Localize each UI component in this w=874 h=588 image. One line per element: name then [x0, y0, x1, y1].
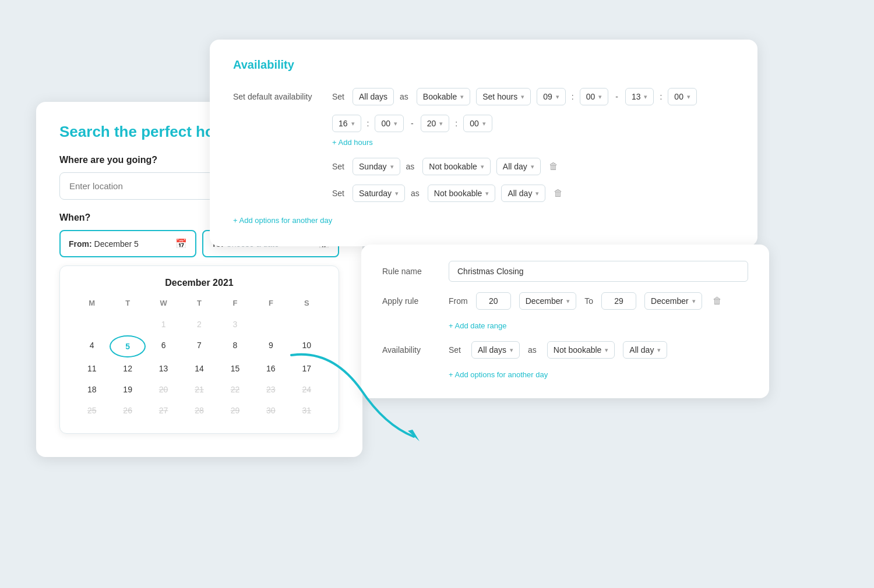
cal-day: 22	[217, 380, 253, 399]
rule-name-row: Rule name	[382, 261, 748, 282]
all-day-sun-dropdown[interactable]: All day ▾	[496, 158, 541, 175]
cal-day: 29	[217, 401, 253, 420]
add-date-range-link[interactable]: + Add date range	[449, 321, 506, 330]
add-options-link[interactable]: + Add options for another day	[449, 370, 548, 379]
availability-title: Availability	[233, 58, 734, 72]
rule-name-label: Rule name	[382, 267, 440, 276]
apply-rule-row: Apply rule From December ▾ To December ▾…	[382, 292, 748, 310]
time-m2-dropdown[interactable]: 00▾	[668, 88, 697, 105]
cal-day: 23	[253, 380, 288, 399]
set-label-1: Set	[332, 92, 344, 101]
rule-panel: Rule name Apply rule From December ▾ To …	[361, 245, 769, 398]
add-day-link[interactable]: + Add options for another day	[233, 216, 332, 225]
saturday-dropdown[interactable]: Saturday ▾	[353, 185, 405, 202]
cal-day: 1	[146, 314, 181, 334]
colon-1: :	[572, 92, 574, 101]
rule-avail-row: Availability Set All days ▾ as Not booka…	[382, 341, 748, 359]
default-avail-label: Set default availability	[233, 92, 326, 101]
cal-day: 28	[181, 401, 217, 420]
cal-day: 2	[181, 314, 217, 334]
rule-as-label: as	[528, 345, 537, 355]
rule-set-label: Set	[449, 345, 461, 355]
cal-day: 25	[74, 401, 110, 420]
from-day-input[interactable]	[476, 292, 511, 310]
cal-day[interactable]: 10	[289, 335, 325, 357]
cal-day: 31	[289, 401, 325, 420]
cal-day[interactable]: 19	[110, 380, 145, 399]
default-avail-row: Set default availability Set All days as…	[233, 88, 734, 105]
to-month-dropdown[interactable]: December ▾	[644, 292, 702, 310]
cal-dow: F	[253, 296, 288, 313]
cal-day[interactable]: 14	[181, 359, 217, 378]
cal-day[interactable]: 17	[289, 359, 325, 378]
cal-day: 21	[181, 380, 217, 399]
cal-day	[110, 314, 145, 334]
cal-day[interactable]: 11	[74, 359, 110, 378]
rule-all-day-dropdown[interactable]: All day ▾	[623, 341, 667, 359]
cal-day: 24	[289, 380, 325, 399]
not-bookable-sat-dropdown[interactable]: Not bookable ▾	[428, 185, 496, 202]
not-bookable-sun-dropdown[interactable]: Not bookable ▾	[422, 158, 491, 175]
from-label: From	[449, 296, 468, 306]
cal-dow: F	[217, 296, 253, 313]
cal-day[interactable]: 13	[146, 359, 181, 378]
calendar-header: December 2021	[74, 278, 325, 288]
rule-all-days-dropdown[interactable]: All days ▾	[471, 341, 520, 359]
rule-not-bookable-dropdown[interactable]: Not bookable ▾	[547, 341, 615, 359]
all-day-sat-dropdown[interactable]: All day ▾	[501, 185, 545, 202]
colon-4: :	[455, 119, 457, 128]
time-h4-dropdown[interactable]: 20▾	[421, 115, 450, 132]
cal-day: 30	[253, 401, 288, 420]
time-m4-dropdown[interactable]: 00▾	[463, 115, 492, 132]
cal-day[interactable]: 4	[74, 335, 110, 357]
time-h1-dropdown[interactable]: 09▾	[537, 88, 566, 105]
svg-marker-0	[408, 430, 420, 441]
cal-day[interactable]: 16	[253, 359, 288, 378]
cal-day	[253, 314, 288, 334]
cal-day[interactable]: 18	[74, 380, 110, 399]
cal-dow: S	[289, 296, 325, 313]
cal-day[interactable]: 5	[110, 335, 145, 357]
delete-saturday-icon[interactable]: 🗑	[554, 188, 563, 199]
cal-day[interactable]: 12	[110, 359, 145, 378]
availability-panel: Availability Set default availability Se…	[210, 40, 757, 246]
rule-name-input[interactable]	[449, 261, 748, 282]
to-day-input[interactable]	[601, 292, 636, 310]
hours-row2: 16▾ : 00▾ - 20▾ : 00▾	[332, 115, 734, 132]
time-h2-dropdown[interactable]: 13▾	[625, 88, 654, 105]
all-days-dropdown[interactable]: All days	[353, 88, 394, 105]
from-date-box[interactable]: From: December 5 📅	[59, 230, 196, 257]
cal-dow: T	[181, 296, 217, 313]
delete-rule-icon[interactable]: 🗑	[713, 296, 722, 306]
calendar-widget: December 2021 MTWTFFS1234567891011121314…	[59, 265, 339, 434]
as-label-sat: as	[411, 189, 420, 198]
set-hours-dropdown[interactable]: Set hours ▾	[476, 88, 531, 105]
set-label-sun: Set	[332, 162, 344, 171]
cal-day[interactable]: 6	[146, 335, 181, 357]
from-month-dropdown[interactable]: December ▾	[519, 292, 577, 310]
time-h3-dropdown[interactable]: 16▾	[332, 115, 361, 132]
cal-day: 20	[146, 380, 181, 399]
time-m1-dropdown[interactable]: 00▾	[580, 88, 609, 105]
cal-day[interactable]: 9	[253, 335, 288, 357]
cal-day[interactable]: 15	[217, 359, 253, 378]
bookable-dropdown[interactable]: Bookable ▾	[417, 88, 470, 105]
colon-2: :	[660, 92, 662, 101]
cal-day	[74, 314, 110, 334]
apply-rule-label: Apply rule	[382, 296, 440, 306]
time-m3-dropdown[interactable]: 00▾	[375, 115, 404, 132]
colon-3: :	[367, 119, 369, 128]
as-label-1: as	[400, 92, 408, 101]
cal-day[interactable]: 8	[217, 335, 253, 357]
saturday-row: Set Saturday ▾ as Not bookable ▾ All day…	[233, 185, 734, 202]
calendar-grid: MTWTFFS123456789101112131415161718192021…	[74, 296, 325, 420]
add-hours-link[interactable]: + Add hours	[332, 138, 373, 147]
from-label: From: December 5	[69, 239, 139, 249]
cal-day[interactable]: 7	[181, 335, 217, 357]
sunday-row: Set Sunday ▾ as Not bookable ▾ All day ▾…	[233, 158, 734, 175]
sunday-dropdown[interactable]: Sunday ▾	[353, 158, 400, 175]
calendar-icon-from: 📅	[175, 238, 187, 249]
cal-dow: T	[110, 296, 145, 313]
delete-sunday-icon[interactable]: 🗑	[549, 161, 558, 172]
as-label-sun: as	[406, 162, 415, 171]
